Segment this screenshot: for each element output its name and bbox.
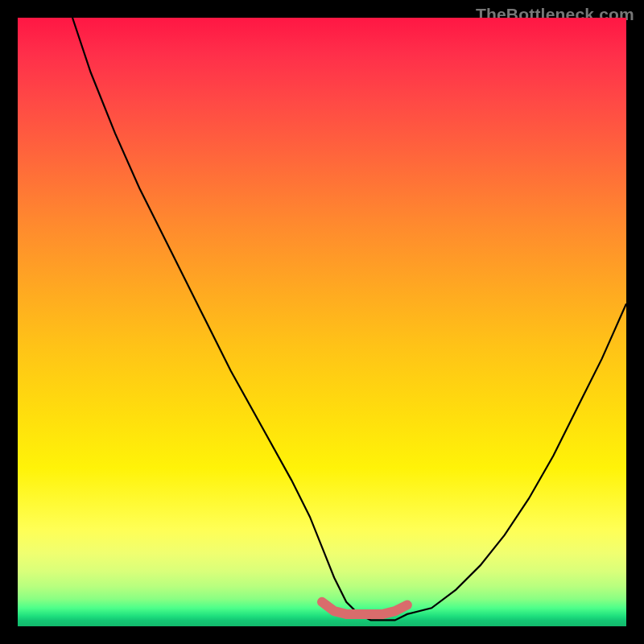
- curve-layer: [18, 18, 626, 626]
- bottleneck-curve: [72, 18, 626, 620]
- plot-area: [18, 18, 626, 626]
- highlight-band: [322, 602, 407, 614]
- chart-canvas: TheBottleneck.com: [0, 0, 644, 644]
